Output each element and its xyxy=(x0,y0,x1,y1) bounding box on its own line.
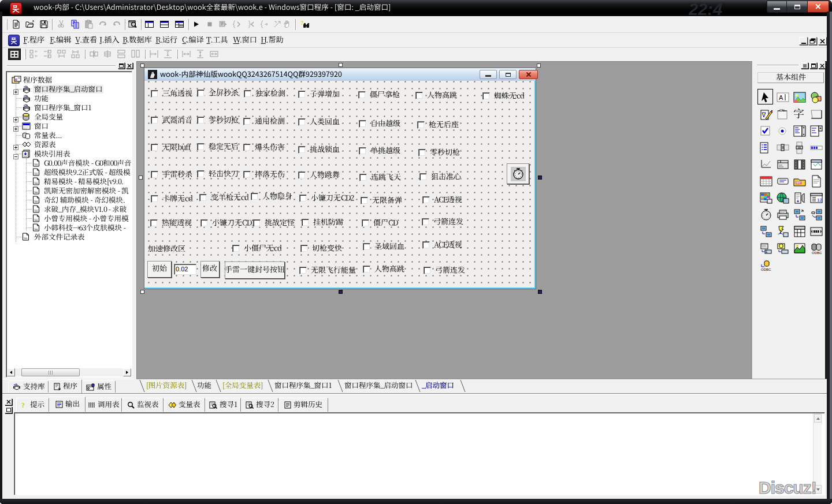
svg-text:A: A xyxy=(779,94,783,101)
svg-text:ODBC: ODBC xyxy=(761,268,771,271)
svg-text:CN: CN xyxy=(779,109,785,112)
svg-text:12: 12 xyxy=(817,197,822,203)
svg-text:?: ? xyxy=(21,401,25,409)
svg-text:DIR: DIR xyxy=(796,182,801,185)
svg-text:?: ? xyxy=(300,20,304,26)
svg-text:e: e xyxy=(15,77,17,81)
svg-text:ODBC: ODBC xyxy=(812,251,822,255)
